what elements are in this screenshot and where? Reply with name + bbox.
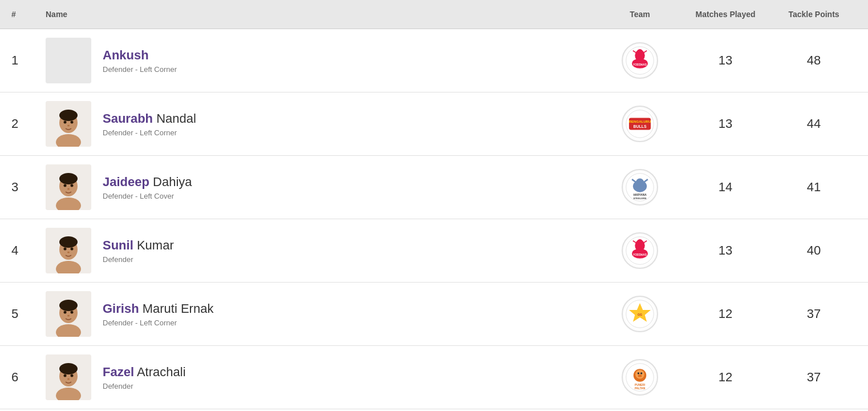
team-logo-circle: BENGALURU BULLS <box>622 106 658 142</box>
player-info: Ankush Defender - Left Corner <box>103 48 600 74</box>
player-name: Saurabh Nandal <box>103 111 600 126</box>
player-last-name: Dahiya <box>153 175 192 189</box>
player-last-name: Atrachali <box>137 365 186 379</box>
player-tackle-points: 44 <box>771 116 857 131</box>
svg-text:GG: GG <box>638 313 642 316</box>
svg-point-40 <box>67 252 70 253</box>
svg-point-12 <box>59 110 78 121</box>
player-info: Jaideep Dahiya Defender - Left Cover <box>103 175 600 200</box>
team-logo: HARYANA STEELERS <box>600 169 680 206</box>
svg-point-68 <box>635 370 644 379</box>
svg-point-54 <box>71 311 74 314</box>
player-matches: 12 <box>680 307 771 321</box>
team-logo-circle: PUNERI PALTAN <box>622 359 658 396</box>
player-role: Defender - Left Cover <box>103 192 600 200</box>
svg-point-37 <box>59 236 78 248</box>
svg-text:BULLS: BULLS <box>633 124 646 128</box>
player-tackle-points: 40 <box>771 243 857 258</box>
svg-text:PALTAN: PALTAN <box>635 387 646 390</box>
player-first-name: Girish <box>103 301 139 316</box>
player-role: Defender - Left Corner <box>103 65 600 74</box>
player-matches: 12 <box>680 370 771 385</box>
header-matches: Matches Played <box>680 10 771 19</box>
svg-text:STEELERS: STEELERS <box>634 197 647 200</box>
player-photo <box>46 101 91 147</box>
svg-point-52 <box>59 300 78 311</box>
svg-point-64 <box>71 374 74 377</box>
player-tackle-points: 41 <box>771 180 857 195</box>
svg-point-25 <box>71 184 74 187</box>
svg-point-71 <box>638 374 642 377</box>
svg-point-14 <box>71 121 74 124</box>
svg-point-26 <box>67 188 70 190</box>
header-rank: # <box>11 10 46 19</box>
player-photo <box>46 164 91 210</box>
svg-point-29 <box>636 178 644 186</box>
team-logo-circle: HARYANA STEELERS <box>622 169 658 206</box>
player-rank: 5 <box>11 307 46 321</box>
svg-point-24 <box>64 184 67 187</box>
player-tackle-points: 37 <box>771 370 857 385</box>
player-matches: 14 <box>680 180 771 195</box>
player-last-name: Kumar <box>137 238 174 252</box>
table-row[interactable]: 1 Ankush Defender - Left Corner UP YODDH… <box>0 29 868 92</box>
player-photo <box>46 291 91 337</box>
player-info: Sunil Kumar Defender <box>103 238 600 264</box>
player-first-name: Ankush <box>103 48 149 62</box>
player-photo <box>46 228 91 273</box>
table-row[interactable]: 2 Saurabh Nandal Defender - Left Corner <box>0 92 868 156</box>
header-team: Team <box>600 10 680 19</box>
table-row[interactable]: 5 Girish Maruti Ernak Defender - Left Co… <box>0 283 868 346</box>
player-rank: 3 <box>11 180 46 195</box>
player-first-name: Fazel <box>103 365 134 379</box>
svg-point-23 <box>59 173 78 184</box>
player-matches: 13 <box>680 116 771 131</box>
svg-rect-0 <box>46 38 91 83</box>
svg-text:PUNERI: PUNERI <box>635 384 645 386</box>
player-rank: 1 <box>11 53 46 68</box>
team-logo-circle: UP YODDHAS <box>622 232 658 269</box>
svg-point-6 <box>637 49 643 55</box>
table-row[interactable]: 4 Sunil Kumar Defender <box>0 219 868 283</box>
svg-point-46 <box>637 239 643 245</box>
player-info: Saurabh Nandal Defender - Left Corner <box>103 111 600 137</box>
player-photo <box>46 354 91 400</box>
player-name: Fazel Atrachali <box>103 365 600 380</box>
team-logo: GG <box>600 296 680 332</box>
player-name: Ankush <box>103 48 600 63</box>
player-first-name: Saurabh <box>103 111 153 126</box>
player-tackle-points: 37 <box>771 307 857 321</box>
team-logo: UP YODDHAS <box>600 42 680 79</box>
svg-point-69 <box>638 372 639 374</box>
svg-point-62 <box>59 363 78 374</box>
player-info: Fazel Atrachali Defender <box>103 365 600 390</box>
player-rank: 4 <box>11 243 46 258</box>
svg-point-63 <box>64 374 67 377</box>
svg-point-53 <box>64 311 67 314</box>
svg-text:BENGALURU: BENGALURU <box>629 120 651 123</box>
svg-text:YODDHAS: YODDHAS <box>633 253 647 256</box>
player-first-name: Sunil <box>103 238 133 252</box>
table-row[interactable]: 6 Fazel Atrachali Defender <box>0 346 868 409</box>
player-first-name: Jaideep <box>103 175 149 189</box>
svg-point-13 <box>64 121 67 124</box>
player-name: Girish Maruti Ernak <box>103 301 600 316</box>
team-logo: UP YODDHAS <box>600 232 680 269</box>
player-tackle-points: 48 <box>771 53 857 68</box>
team-logo: BENGALURU BULLS <box>600 106 680 142</box>
svg-point-39 <box>71 248 74 251</box>
player-name: Jaideep Dahiya <box>103 175 600 190</box>
header-name: Name <box>46 10 600 19</box>
player-last-name: Maruti Ernak <box>143 301 214 316</box>
player-role: Defender - Left Corner <box>103 319 600 327</box>
svg-point-38 <box>64 248 67 251</box>
team-logo: PUNERI PALTAN <box>600 359 680 396</box>
player-role: Defender <box>103 382 600 390</box>
svg-point-65 <box>67 378 70 380</box>
svg-text:HARYANA: HARYANA <box>633 194 647 196</box>
svg-point-70 <box>640 372 642 374</box>
players-list: 1 Ankush Defender - Left Corner UP YODDH… <box>0 29 868 409</box>
player-info: Girish Maruti Ernak Defender - Left Corn… <box>103 301 600 327</box>
table-row[interactable]: 3 Jaideep Dahiya Defender - Left Cover <box>0 156 868 219</box>
player-matches: 13 <box>680 243 771 258</box>
